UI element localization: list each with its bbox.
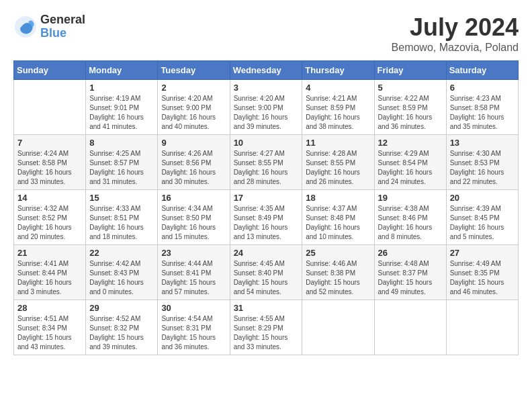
- location-subtitle: Bemowo, Mazovia, Poland: [392, 42, 519, 54]
- calendar-week-2: 7Sunrise: 4:24 AM Sunset: 8:58 PM Daylig…: [14, 135, 519, 190]
- calendar-cell: 4Sunrise: 4:21 AM Sunset: 8:59 PM Daylig…: [302, 80, 374, 135]
- day-number: 19: [378, 193, 443, 203]
- day-number: 2: [161, 83, 226, 93]
- day-number: 1: [89, 83, 154, 93]
- day-number: 6: [450, 83, 515, 93]
- day-info: Sunrise: 4:24 AM Sunset: 8:58 PM Dayligh…: [17, 149, 82, 187]
- day-info: Sunrise: 4:52 AM Sunset: 8:32 PM Dayligh…: [89, 314, 154, 352]
- day-number: 24: [234, 248, 299, 258]
- calendar-cell: 15Sunrise: 4:33 AM Sunset: 8:51 PM Dayli…: [86, 190, 158, 245]
- header-day-tuesday: Tuesday: [158, 61, 230, 80]
- calendar-cell: 2Sunrise: 4:20 AM Sunset: 9:00 PM Daylig…: [158, 80, 230, 135]
- calendar-week-3: 14Sunrise: 4:32 AM Sunset: 8:52 PM Dayli…: [14, 190, 519, 245]
- day-info: Sunrise: 4:34 AM Sunset: 8:50 PM Dayligh…: [161, 204, 226, 242]
- day-info: Sunrise: 4:29 AM Sunset: 8:54 PM Dayligh…: [378, 149, 443, 187]
- day-number: 22: [89, 248, 154, 258]
- calendar-cell: [374, 300, 446, 355]
- calendar-cell: 12Sunrise: 4:29 AM Sunset: 8:54 PM Dayli…: [374, 135, 446, 190]
- calendar-cell: 26Sunrise: 4:48 AM Sunset: 8:37 PM Dayli…: [374, 245, 446, 300]
- header-day-monday: Monday: [86, 61, 158, 80]
- calendar-body: 1Sunrise: 4:19 AM Sunset: 9:01 PM Daylig…: [14, 80, 519, 355]
- day-info: Sunrise: 4:20 AM Sunset: 9:00 PM Dayligh…: [234, 94, 299, 132]
- calendar-cell: 13Sunrise: 4:30 AM Sunset: 8:53 PM Dayli…: [446, 135, 518, 190]
- calendar-cell: 22Sunrise: 4:42 AM Sunset: 8:43 PM Dayli…: [86, 245, 158, 300]
- page-header: General Blue July 2024 Bemowo, Mazovia, …: [13, 13, 519, 54]
- header-day-thursday: Thursday: [302, 61, 374, 80]
- calendar-cell: 18Sunrise: 4:37 AM Sunset: 8:48 PM Dayli…: [302, 190, 374, 245]
- day-number: 30: [161, 303, 226, 313]
- day-info: Sunrise: 4:33 AM Sunset: 8:51 PM Dayligh…: [89, 204, 154, 242]
- calendar-cell: 3Sunrise: 4:20 AM Sunset: 9:00 PM Daylig…: [230, 80, 302, 135]
- day-number: 7: [17, 138, 82, 148]
- day-number: 28: [17, 303, 82, 313]
- day-number: 13: [450, 138, 515, 148]
- day-info: Sunrise: 4:32 AM Sunset: 8:52 PM Dayligh…: [17, 204, 82, 242]
- day-info: Sunrise: 4:46 AM Sunset: 8:38 PM Dayligh…: [306, 259, 370, 297]
- day-number: 18: [306, 193, 370, 203]
- day-info: Sunrise: 4:23 AM Sunset: 8:58 PM Dayligh…: [450, 94, 515, 132]
- calendar-table: SundayMondayTuesdayWednesdayThursdayFrid…: [13, 60, 519, 355]
- calendar-week-5: 28Sunrise: 4:51 AM Sunset: 8:34 PM Dayli…: [14, 300, 519, 355]
- calendar-cell: 5Sunrise: 4:22 AM Sunset: 8:59 PM Daylig…: [374, 80, 446, 135]
- day-info: Sunrise: 4:19 AM Sunset: 9:01 PM Dayligh…: [89, 94, 154, 132]
- calendar-cell: [446, 300, 518, 355]
- day-info: Sunrise: 4:39 AM Sunset: 8:45 PM Dayligh…: [450, 204, 515, 242]
- day-number: 9: [161, 138, 226, 148]
- calendar-week-1: 1Sunrise: 4:19 AM Sunset: 9:01 PM Daylig…: [14, 80, 519, 135]
- calendar-cell: 20Sunrise: 4:39 AM Sunset: 8:45 PM Dayli…: [446, 190, 518, 245]
- day-info: Sunrise: 4:51 AM Sunset: 8:34 PM Dayligh…: [17, 314, 82, 352]
- logo-icon: [13, 15, 38, 39]
- day-info: Sunrise: 4:48 AM Sunset: 8:37 PM Dayligh…: [378, 259, 443, 297]
- calendar-cell: 6Sunrise: 4:23 AM Sunset: 8:58 PM Daylig…: [446, 80, 518, 135]
- day-info: Sunrise: 4:55 AM Sunset: 8:29 PM Dayligh…: [234, 314, 299, 352]
- calendar-cell: 21Sunrise: 4:41 AM Sunset: 8:44 PM Dayli…: [14, 245, 86, 300]
- day-info: Sunrise: 4:54 AM Sunset: 8:31 PM Dayligh…: [161, 314, 226, 352]
- day-info: Sunrise: 4:22 AM Sunset: 8:59 PM Dayligh…: [378, 94, 443, 132]
- calendar-cell: 10Sunrise: 4:27 AM Sunset: 8:55 PM Dayli…: [230, 135, 302, 190]
- day-info: Sunrise: 4:20 AM Sunset: 9:00 PM Dayligh…: [161, 94, 226, 132]
- day-info: Sunrise: 4:26 AM Sunset: 8:56 PM Dayligh…: [161, 149, 226, 187]
- day-number: 8: [89, 138, 154, 148]
- day-info: Sunrise: 4:27 AM Sunset: 8:55 PM Dayligh…: [234, 149, 299, 187]
- calendar-cell: 17Sunrise: 4:35 AM Sunset: 8:49 PM Dayli…: [230, 190, 302, 245]
- day-number: 29: [89, 303, 154, 313]
- calendar-cell: 30Sunrise: 4:54 AM Sunset: 8:31 PM Dayli…: [158, 300, 230, 355]
- day-info: Sunrise: 4:35 AM Sunset: 8:49 PM Dayligh…: [234, 204, 299, 242]
- logo-general-text: General: [40, 13, 85, 27]
- calendar-cell: 28Sunrise: 4:51 AM Sunset: 8:34 PM Dayli…: [14, 300, 86, 355]
- calendar-cell: 1Sunrise: 4:19 AM Sunset: 9:01 PM Daylig…: [86, 80, 158, 135]
- header-day-sunday: Sunday: [14, 61, 86, 80]
- day-info: Sunrise: 4:41 AM Sunset: 8:44 PM Dayligh…: [17, 259, 82, 297]
- day-number: 31: [234, 303, 299, 313]
- month-year-title: July 2024: [392, 13, 519, 42]
- day-number: 26: [378, 248, 443, 258]
- logo-blue-text: Blue: [40, 27, 85, 40]
- calendar-cell: [302, 300, 374, 355]
- day-number: 16: [161, 193, 226, 203]
- day-info: Sunrise: 4:38 AM Sunset: 8:46 PM Dayligh…: [378, 204, 443, 242]
- day-number: 11: [306, 138, 370, 148]
- calendar-cell: 25Sunrise: 4:46 AM Sunset: 8:38 PM Dayli…: [302, 245, 374, 300]
- calendar-cell: 7Sunrise: 4:24 AM Sunset: 8:58 PM Daylig…: [14, 135, 86, 190]
- day-number: 27: [450, 248, 515, 258]
- header-day-wednesday: Wednesday: [230, 61, 302, 80]
- day-number: 20: [450, 193, 515, 203]
- day-number: 12: [378, 138, 443, 148]
- calendar-cell: 19Sunrise: 4:38 AM Sunset: 8:46 PM Dayli…: [374, 190, 446, 245]
- day-number: 5: [378, 83, 443, 93]
- calendar-week-4: 21Sunrise: 4:41 AM Sunset: 8:44 PM Dayli…: [14, 245, 519, 300]
- calendar-cell: 14Sunrise: 4:32 AM Sunset: 8:52 PM Dayli…: [14, 190, 86, 245]
- calendar-header: SundayMondayTuesdayWednesdayThursdayFrid…: [14, 61, 519, 80]
- day-info: Sunrise: 4:45 AM Sunset: 8:40 PM Dayligh…: [234, 259, 299, 297]
- logo: General Blue: [13, 13, 85, 40]
- day-info: Sunrise: 4:30 AM Sunset: 8:53 PM Dayligh…: [450, 149, 515, 187]
- day-number: 21: [17, 248, 82, 258]
- day-info: Sunrise: 4:25 AM Sunset: 8:57 PM Dayligh…: [89, 149, 154, 187]
- day-info: Sunrise: 4:28 AM Sunset: 8:55 PM Dayligh…: [306, 149, 370, 187]
- day-info: Sunrise: 4:42 AM Sunset: 8:43 PM Dayligh…: [89, 259, 154, 297]
- calendar-cell: 11Sunrise: 4:28 AM Sunset: 8:55 PM Dayli…: [302, 135, 374, 190]
- header-day-friday: Friday: [374, 61, 446, 80]
- calendar-cell: 31Sunrise: 4:55 AM Sunset: 8:29 PM Dayli…: [230, 300, 302, 355]
- day-number: 3: [234, 83, 299, 93]
- day-info: Sunrise: 4:49 AM Sunset: 8:35 PM Dayligh…: [450, 259, 515, 297]
